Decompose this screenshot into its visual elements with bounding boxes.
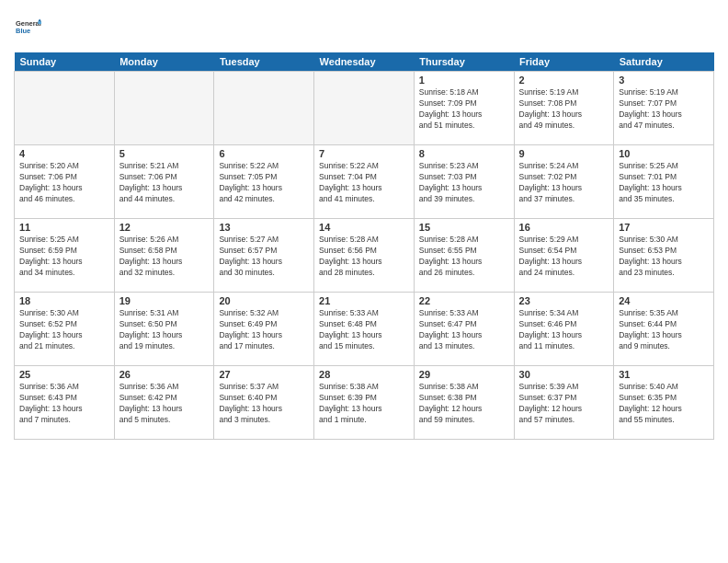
day-info: Sunrise: 5:35 AM Sunset: 6:44 PM Dayligh… bbox=[619, 308, 709, 352]
day-number: 7 bbox=[319, 148, 409, 159]
calendar-cell: 29Sunrise: 5:38 AM Sunset: 6:38 PM Dayli… bbox=[414, 366, 514, 440]
calendar-cell: 30Sunrise: 5:39 AM Sunset: 6:37 PM Dayli… bbox=[514, 366, 614, 440]
calendar-cell: 4Sunrise: 5:20 AM Sunset: 7:06 PM Daylig… bbox=[15, 145, 115, 219]
day-info: Sunrise: 5:21 AM Sunset: 7:06 PM Dayligh… bbox=[119, 161, 210, 205]
calendar-cell: 23Sunrise: 5:34 AM Sunset: 6:46 PM Dayli… bbox=[514, 293, 614, 366]
day-number: 6 bbox=[219, 148, 309, 159]
calendar-cell bbox=[114, 72, 214, 145]
day-info: Sunrise: 5:29 AM Sunset: 6:54 PM Dayligh… bbox=[519, 235, 609, 279]
day-number: 3 bbox=[619, 75, 709, 86]
calendar-cell: 27Sunrise: 5:37 AM Sunset: 6:40 PM Dayli… bbox=[214, 366, 314, 440]
day-info: Sunrise: 5:39 AM Sunset: 6:37 PM Dayligh… bbox=[519, 382, 609, 426]
day-number: 4 bbox=[19, 148, 109, 159]
calendar-cell: 24Sunrise: 5:35 AM Sunset: 6:44 PM Dayli… bbox=[614, 293, 714, 366]
day-number: 11 bbox=[19, 222, 109, 233]
day-info: Sunrise: 5:30 AM Sunset: 6:52 PM Dayligh… bbox=[19, 308, 109, 352]
day-info: Sunrise: 5:20 AM Sunset: 7:06 PM Dayligh… bbox=[19, 161, 109, 205]
day-number: 12 bbox=[119, 222, 210, 233]
calendar-cell: 31Sunrise: 5:40 AM Sunset: 6:35 PM Dayli… bbox=[614, 366, 714, 440]
day-number: 24 bbox=[619, 295, 709, 306]
calendar-cell: 5Sunrise: 5:21 AM Sunset: 7:06 PM Daylig… bbox=[114, 145, 214, 219]
day-info: Sunrise: 5:31 AM Sunset: 6:50 PM Dayligh… bbox=[119, 308, 210, 352]
day-info: Sunrise: 5:23 AM Sunset: 7:03 PM Dayligh… bbox=[419, 161, 509, 205]
calendar-cell: 7Sunrise: 5:22 AM Sunset: 7:04 PM Daylig… bbox=[314, 145, 415, 219]
day-info: Sunrise: 5:19 AM Sunset: 7:08 PM Dayligh… bbox=[519, 87, 609, 132]
weekday-header-wednesday: Wednesday bbox=[314, 52, 415, 72]
weekday-header-sunday: Sunday bbox=[15, 52, 115, 72]
day-number: 13 bbox=[219, 222, 309, 233]
day-number: 9 bbox=[519, 148, 609, 159]
day-info: Sunrise: 5:30 AM Sunset: 6:53 PM Dayligh… bbox=[619, 235, 709, 279]
calendar-cell: 28Sunrise: 5:38 AM Sunset: 6:39 PM Dayli… bbox=[314, 366, 415, 440]
day-info: Sunrise: 5:25 AM Sunset: 7:01 PM Dayligh… bbox=[619, 161, 709, 205]
calendar-cell: 14Sunrise: 5:28 AM Sunset: 6:56 PM Dayli… bbox=[314, 219, 415, 293]
weekday-header-friday: Friday bbox=[514, 52, 614, 72]
calendar-cell: 12Sunrise: 5:26 AM Sunset: 6:58 PM Dayli… bbox=[114, 219, 214, 293]
day-number: 5 bbox=[119, 148, 210, 159]
day-info: Sunrise: 5:33 AM Sunset: 6:48 PM Dayligh… bbox=[319, 308, 409, 352]
header: General Blue bbox=[14, 14, 714, 43]
day-info: Sunrise: 5:24 AM Sunset: 7:02 PM Dayligh… bbox=[519, 161, 609, 205]
page: General Blue SundayMondayTuesdayWednesda… bbox=[0, 0, 728, 563]
day-info: Sunrise: 5:26 AM Sunset: 6:58 PM Dayligh… bbox=[119, 235, 210, 279]
day-number: 28 bbox=[319, 369, 409, 380]
day-info: Sunrise: 5:33 AM Sunset: 6:47 PM Dayligh… bbox=[419, 308, 509, 352]
day-info: Sunrise: 5:19 AM Sunset: 7:07 PM Dayligh… bbox=[619, 87, 709, 132]
day-info: Sunrise: 5:37 AM Sunset: 6:40 PM Dayligh… bbox=[219, 382, 309, 426]
day-info: Sunrise: 5:28 AM Sunset: 6:56 PM Dayligh… bbox=[319, 235, 409, 279]
day-number: 15 bbox=[419, 222, 509, 233]
calendar-cell: 3Sunrise: 5:19 AM Sunset: 7:07 PM Daylig… bbox=[614, 72, 714, 145]
day-number: 29 bbox=[419, 369, 509, 380]
calendar-cell: 21Sunrise: 5:33 AM Sunset: 6:48 PM Dayli… bbox=[314, 293, 415, 366]
calendar-cell: 18Sunrise: 5:30 AM Sunset: 6:52 PM Dayli… bbox=[15, 293, 115, 366]
logo-text: General Blue bbox=[14, 14, 41, 43]
day-info: Sunrise: 5:28 AM Sunset: 6:55 PM Dayligh… bbox=[419, 235, 509, 279]
calendar-cell: 22Sunrise: 5:33 AM Sunset: 6:47 PM Dayli… bbox=[414, 293, 514, 366]
weekday-header-thursday: Thursday bbox=[414, 52, 514, 72]
day-info: Sunrise: 5:18 AM Sunset: 7:09 PM Dayligh… bbox=[419, 87, 509, 132]
logo-icon: General Blue bbox=[16, 14, 41, 40]
day-number: 18 bbox=[19, 295, 109, 306]
day-info: Sunrise: 5:27 AM Sunset: 6:57 PM Dayligh… bbox=[219, 235, 309, 279]
calendar-cell: 13Sunrise: 5:27 AM Sunset: 6:57 PM Dayli… bbox=[214, 219, 314, 293]
day-number: 31 bbox=[619, 369, 709, 380]
calendar-cell: 16Sunrise: 5:29 AM Sunset: 6:54 PM Dayli… bbox=[514, 219, 614, 293]
day-number: 17 bbox=[619, 222, 709, 233]
week-row-1: 1Sunrise: 5:18 AM Sunset: 7:09 PM Daylig… bbox=[15, 72, 714, 145]
calendar-cell: 15Sunrise: 5:28 AM Sunset: 6:55 PM Dayli… bbox=[414, 219, 514, 293]
calendar-cell: 11Sunrise: 5:25 AM Sunset: 6:59 PM Dayli… bbox=[15, 219, 115, 293]
day-info: Sunrise: 5:25 AM Sunset: 6:59 PM Dayligh… bbox=[19, 235, 109, 279]
day-number: 16 bbox=[519, 222, 609, 233]
day-info: Sunrise: 5:22 AM Sunset: 7:05 PM Dayligh… bbox=[219, 161, 309, 205]
svg-marker-3 bbox=[38, 21, 41, 24]
calendar-cell bbox=[314, 72, 415, 145]
day-info: Sunrise: 5:38 AM Sunset: 6:38 PM Dayligh… bbox=[419, 382, 509, 426]
day-info: Sunrise: 5:36 AM Sunset: 6:43 PM Dayligh… bbox=[19, 382, 109, 426]
calendar-cell bbox=[214, 72, 314, 145]
calendar-cell bbox=[15, 72, 115, 145]
day-number: 30 bbox=[519, 369, 609, 380]
calendar-cell: 8Sunrise: 5:23 AM Sunset: 7:03 PM Daylig… bbox=[414, 145, 514, 219]
day-info: Sunrise: 5:22 AM Sunset: 7:04 PM Dayligh… bbox=[319, 161, 409, 205]
day-info: Sunrise: 5:36 AM Sunset: 6:42 PM Dayligh… bbox=[119, 382, 210, 426]
day-number: 26 bbox=[119, 369, 210, 380]
day-number: 8 bbox=[419, 148, 509, 159]
week-row-4: 18Sunrise: 5:30 AM Sunset: 6:52 PM Dayli… bbox=[15, 293, 714, 366]
day-info: Sunrise: 5:38 AM Sunset: 6:39 PM Dayligh… bbox=[319, 382, 409, 426]
calendar-cell: 1Sunrise: 5:18 AM Sunset: 7:09 PM Daylig… bbox=[414, 72, 514, 145]
week-row-3: 11Sunrise: 5:25 AM Sunset: 6:59 PM Dayli… bbox=[15, 219, 714, 293]
weekday-header-tuesday: Tuesday bbox=[214, 52, 314, 72]
day-number: 20 bbox=[219, 295, 309, 306]
day-number: 10 bbox=[619, 148, 709, 159]
calendar-cell: 20Sunrise: 5:32 AM Sunset: 6:49 PM Dayli… bbox=[214, 293, 314, 366]
svg-text:Blue: Blue bbox=[16, 27, 30, 35]
day-info: Sunrise: 5:34 AM Sunset: 6:46 PM Dayligh… bbox=[519, 308, 609, 352]
weekday-header-monday: Monday bbox=[114, 52, 214, 72]
calendar-cell: 6Sunrise: 5:22 AM Sunset: 7:05 PM Daylig… bbox=[214, 145, 314, 219]
day-info: Sunrise: 5:32 AM Sunset: 6:49 PM Dayligh… bbox=[219, 308, 309, 352]
calendar-cell: 25Sunrise: 5:36 AM Sunset: 6:43 PM Dayli… bbox=[15, 366, 115, 440]
calendar-table: SundayMondayTuesdayWednesdayThursdayFrid… bbox=[14, 52, 714, 440]
week-row-2: 4Sunrise: 5:20 AM Sunset: 7:06 PM Daylig… bbox=[15, 145, 714, 219]
day-number: 14 bbox=[319, 222, 409, 233]
day-number: 19 bbox=[119, 295, 210, 306]
